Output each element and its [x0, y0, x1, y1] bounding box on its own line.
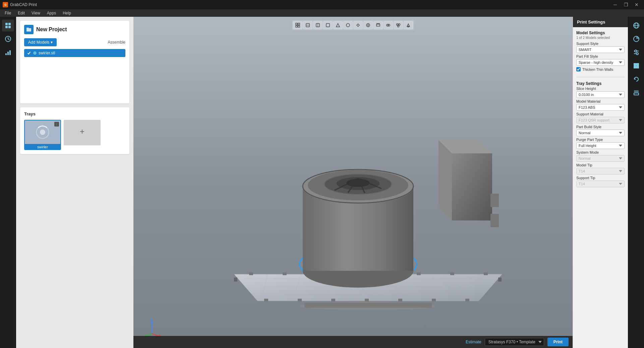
- svg-marker-80: [438, 140, 452, 220]
- tray-spinner-icon: [36, 126, 49, 139]
- svg-rect-82: [490, 214, 499, 227]
- svg-point-101: [636, 53, 638, 55]
- svg-rect-54: [450, 272, 454, 275]
- menu-apps[interactable]: Apps: [44, 10, 59, 16]
- model-tip-select[interactable]: T14 T10 T16: [576, 168, 625, 175]
- svg-rect-53: [417, 272, 421, 275]
- support-style-select[interactable]: SMART None Minimal Full: [576, 46, 625, 53]
- svg-rect-20: [326, 23, 330, 27]
- right-icon-layers[interactable]: [630, 60, 642, 72]
- vp-btn-10[interactable]: [384, 21, 393, 29]
- svg-rect-58: [331, 299, 335, 301]
- svg-point-28: [388, 24, 390, 26]
- vp-btn-9[interactable]: [373, 21, 383, 29]
- part-fill-style-select[interactable]: Sparse - high density Solid Sparse - low…: [576, 59, 625, 66]
- viewport-toolbar: [292, 20, 414, 30]
- assemble-link[interactable]: Assemble: [108, 40, 125, 45]
- right-icon-pie[interactable]: [630, 33, 642, 45]
- support-tip-select[interactable]: T14 T10 T16: [576, 181, 625, 187]
- model-settings-section: Model Settings 1 of 2 Models selected Su…: [576, 31, 625, 73]
- tray-settings-title: Tray Settings: [576, 81, 625, 86]
- model-tip-label: Model Tip: [576, 163, 625, 167]
- svg-rect-14: [296, 26, 297, 27]
- svg-rect-3: [8, 26, 11, 28]
- svg-rect-10: [26, 28, 31, 32]
- right-icon-sliders[interactable]: [630, 46, 642, 58]
- svg-rect-64: [304, 303, 432, 308]
- purge-part-type-select[interactable]: Full Height None: [576, 142, 625, 149]
- svg-marker-78: [452, 153, 492, 220]
- tray-add-button[interactable]: +: [64, 120, 101, 143]
- right-sidebar-outer: Print Settings Model Settings 1 of 2 Mod…: [573, 17, 644, 348]
- project-card: New Project Add Models ▾ Assemble swirle…: [20, 21, 129, 103]
- svg-point-22: [346, 23, 350, 27]
- restore-button[interactable]: ❐: [621, 0, 631, 9]
- left-sidebar: [0, 17, 16, 348]
- support-tip-label: Support Tip: [576, 176, 625, 180]
- vp-btn-6[interactable]: [343, 21, 353, 29]
- title-bar: G GrabCAD Print ─ ❐ ✕: [0, 0, 644, 9]
- settings-body: Model Settings 1 of 2 Models selected Su…: [573, 27, 628, 192]
- part-build-style-select[interactable]: Normal Draft Ultra: [576, 130, 625, 136]
- slice-height-select[interactable]: 0.0100 in 0.0050 in 0.0200 in: [576, 91, 625, 98]
- vp-btn-8[interactable]: [363, 21, 373, 29]
- thicken-thin-walls-checkbox[interactable]: [576, 67, 581, 71]
- svg-rect-59: [365, 299, 369, 301]
- add-models-button[interactable]: Add Models ▾: [24, 38, 57, 46]
- sidebar-icon-clock[interactable]: [2, 33, 14, 45]
- svg-rect-56: [264, 299, 268, 301]
- tray-name: swirler: [25, 144, 60, 150]
- menu-bar: File Edit View Apps Help: [0, 9, 644, 17]
- estimate-button[interactable]: Estimate: [466, 340, 481, 344]
- right-icon-stack[interactable]: [630, 87, 642, 99]
- model-list-item[interactable]: swirler.stl: [24, 49, 125, 57]
- model-material-select[interactable]: F123 ABS F123 ASA: [576, 104, 625, 111]
- model-checkbox[interactable]: [27, 51, 31, 55]
- model-settings-subtitle: 1 of 2 Models selected: [576, 36, 625, 40]
- system-mode-select[interactable]: Normal: [576, 155, 625, 162]
- support-material-select[interactable]: F123 QSR support: [576, 117, 625, 123]
- svg-rect-13: [298, 23, 300, 25]
- tray-settings-section: Tray Settings Slice Height 0.0100 in 0.0…: [576, 81, 625, 189]
- thicken-thin-walls-row: Thicken Thin Walls: [576, 67, 625, 71]
- right-icon-refresh[interactable]: [630, 73, 642, 85]
- scene-3d-svg: [217, 113, 519, 321]
- svg-rect-48: [249, 272, 253, 275]
- close-button[interactable]: ✕: [632, 0, 641, 9]
- svg-rect-55: [484, 272, 488, 275]
- trays-card: Trays ⋮ swirler +: [20, 107, 129, 154]
- model-color-dot: [33, 51, 37, 55]
- thicken-thin-walls-label: Thicken Thin Walls: [582, 67, 613, 71]
- svg-marker-106: [634, 78, 636, 80]
- vp-btn-5[interactable]: [333, 21, 343, 29]
- vp-btn-4[interactable]: [323, 21, 333, 29]
- sidebar-icon-chart[interactable]: [2, 46, 14, 58]
- menu-help[interactable]: Help: [59, 10, 74, 16]
- sidebar-icon-models[interactable]: [2, 19, 14, 32]
- viewport[interactable]: z x y Estimate Stratasys F370 • Template…: [133, 17, 573, 348]
- tray-add-item[interactable]: +: [64, 120, 101, 150]
- menu-view[interactable]: View: [28, 10, 44, 16]
- vp-btn-7[interactable]: [353, 21, 363, 29]
- vp-btn-11[interactable]: [394, 21, 403, 29]
- settings-divider-1: [576, 77, 625, 77]
- svg-rect-102: [634, 63, 636, 66]
- support-style-label: Support Style: [576, 42, 625, 46]
- vp-btn-3[interactable]: [313, 21, 323, 29]
- right-icon-globe[interactable]: [630, 19, 642, 32]
- print-button[interactable]: Print: [547, 338, 569, 346]
- minimize-button[interactable]: ─: [610, 0, 620, 9]
- menu-file[interactable]: File: [1, 10, 14, 16]
- vp-btn-1[interactable]: [293, 21, 302, 29]
- printer-selector[interactable]: Stratasys F370 • Template: [485, 338, 544, 346]
- svg-rect-107: [634, 93, 639, 95]
- window-controls: ─ ❐ ✕: [610, 0, 641, 9]
- svg-rect-11: [26, 28, 29, 29]
- vp-btn-2[interactable]: [303, 21, 312, 29]
- support-material-label: Support Material: [576, 112, 625, 116]
- svg-rect-15: [298, 26, 300, 27]
- menu-edit[interactable]: Edit: [14, 10, 28, 16]
- svg-rect-61: [432, 299, 436, 301]
- vp-btn-12[interactable]: [404, 21, 413, 29]
- tray-item-swirler[interactable]: ⋮ swirler: [24, 120, 61, 150]
